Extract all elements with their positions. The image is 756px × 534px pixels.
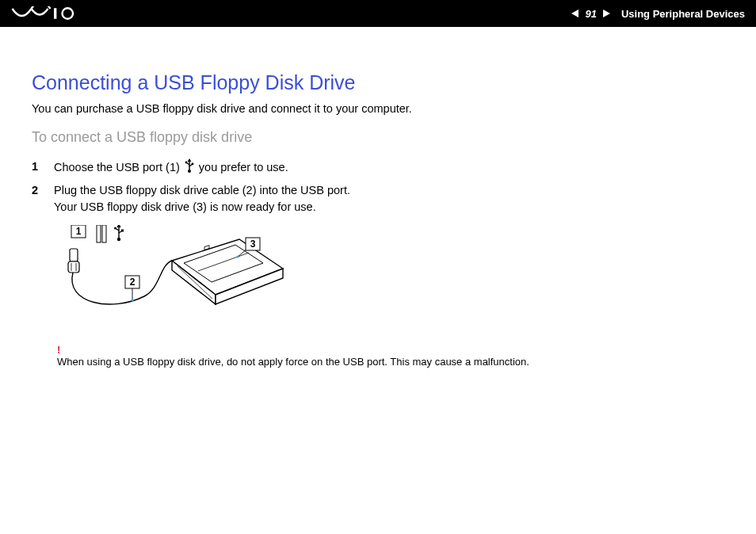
step-text: Choose the USB port (1) you prefer to us…: [54, 158, 724, 177]
svg-rect-9: [102, 225, 106, 242]
diagram-label-2: 2: [130, 277, 136, 288]
step-1-pre: Choose the USB port (1): [54, 161, 183, 174]
intro-text: You can purchase a USB floppy disk drive…: [32, 102, 724, 115]
steps-list: 1 Choose the USB port (1) you prefer to …: [32, 158, 724, 216]
svg-point-4: [188, 170, 191, 173]
header-right: 91 Using Peripheral Devices: [571, 8, 745, 20]
step-1-post: you prefer to use.: [196, 161, 288, 174]
svg-point-13: [114, 227, 116, 230]
svg-point-12: [117, 238, 120, 241]
svg-point-5: [185, 162, 187, 164]
step-2-line1: Plug the USB floppy disk drive cable (2)…: [54, 184, 350, 196]
diagram-label-1: 1: [76, 226, 82, 237]
svg-point-30: [236, 255, 239, 257]
step-2: 2 Plug the USB floppy disk drive cable (…: [32, 182, 724, 216]
step-number: 1: [32, 158, 54, 177]
svg-rect-16: [68, 261, 79, 273]
header-bar: 91 Using Peripheral Devices: [0, 0, 756, 27]
warning-icon: !: [57, 344, 724, 356]
svg-marker-3: [187, 158, 191, 162]
warning-text: When using a USB floppy disk drive, do n…: [57, 356, 724, 368]
svg-marker-11: [116, 225, 120, 227]
section-title: Using Peripheral Devices: [621, 8, 745, 20]
page-content: Connecting a USB Floppy Disk Drive You c…: [0, 27, 756, 368]
step-1: 1 Choose the USB port (1) you prefer to …: [32, 158, 724, 177]
page-title: Connecting a USB Floppy Disk Drive: [32, 71, 724, 94]
diagram-label-3: 3: [250, 238, 256, 250]
floppy-diagram: 1: [57, 225, 724, 331]
warning-note: ! When using a USB floppy disk drive, do…: [57, 344, 724, 368]
usb-icon: [185, 158, 194, 177]
svg-point-20: [131, 299, 133, 301]
step-2-line2: Your USB floppy disk drive (3) is now re…: [54, 200, 316, 213]
svg-rect-6: [191, 163, 193, 166]
prev-page-arrow[interactable]: [571, 10, 578, 17]
page-number: 91: [585, 8, 596, 20]
subtitle: To connect a USB floppy disk drive: [32, 129, 724, 146]
svg-rect-0: [54, 8, 56, 19]
step-number: 2: [32, 182, 54, 216]
svg-rect-14: [121, 230, 124, 232]
next-page-arrow[interactable]: [603, 10, 610, 17]
vaio-logo: [11, 0, 82, 27]
svg-rect-8: [97, 225, 101, 242]
step-text: Plug the USB floppy disk drive cable (2)…: [54, 182, 724, 216]
svg-point-1: [63, 8, 74, 19]
svg-rect-15: [70, 249, 78, 261]
